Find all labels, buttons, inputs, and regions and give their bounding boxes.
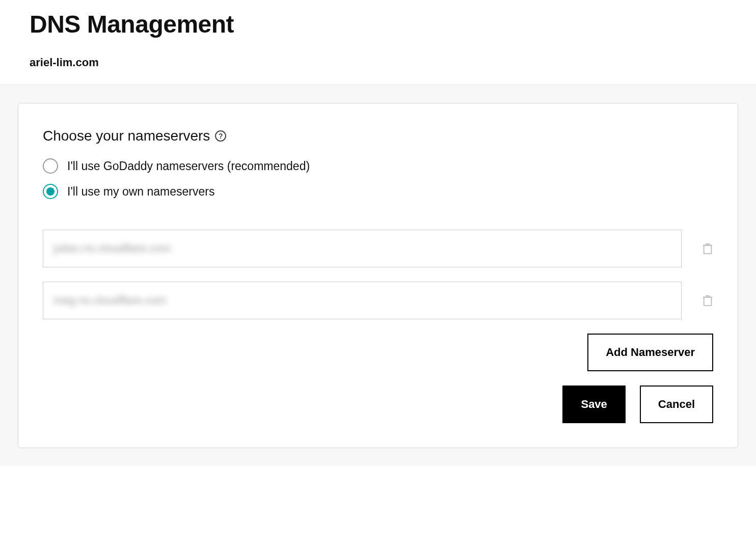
page-header: DNS Management ariel-lim.com — [0, 0, 756, 85]
section-title-row: Choose your nameservers ? — [43, 128, 713, 144]
nameserver-input-1[interactable]: julian.ns.cloudflare.com — [43, 230, 682, 267]
page-title: DNS Management — [30, 10, 726, 38]
section-title: Choose your nameservers — [43, 128, 210, 144]
action-button-row: Save Cancel — [43, 385, 713, 423]
svg-rect-1 — [704, 297, 712, 306]
radio-circle-icon — [43, 158, 58, 174]
nameservers-card: Choose your nameservers ? I'll use GoDad… — [18, 103, 738, 448]
radio-dot-icon — [46, 187, 55, 196]
trash-icon[interactable] — [702, 242, 713, 255]
save-button[interactable]: Save — [562, 385, 625, 423]
svg-rect-0 — [704, 245, 712, 254]
content-area: Choose your nameservers ? I'll use GoDad… — [0, 85, 756, 466]
add-nameserver-button[interactable]: Add Nameserver — [587, 334, 713, 371]
radio-label: I'll use GoDaddy nameservers (recommende… — [67, 159, 310, 173]
nameserver-row: julian.ns.cloudflare.com — [43, 230, 713, 267]
add-button-row: Add Nameserver — [43, 334, 713, 371]
radio-option-own[interactable]: I'll use my own nameservers — [43, 184, 713, 199]
trash-icon[interactable] — [702, 294, 713, 307]
domain-name: ariel-lim.com — [30, 56, 726, 69]
nameserver-radio-group: I'll use GoDaddy nameservers (recommende… — [43, 158, 713, 199]
radio-option-godaddy[interactable]: I'll use GoDaddy nameservers (recommende… — [43, 158, 713, 174]
nameserver-row: meg.ns.cloudflare.com — [43, 282, 713, 319]
radio-label: I'll use my own nameservers — [67, 185, 214, 199]
help-icon[interactable]: ? — [215, 130, 226, 142]
nameserver-input-2[interactable]: meg.ns.cloudflare.com — [43, 282, 682, 319]
radio-circle-selected-icon — [43, 184, 58, 199]
cancel-button[interactable]: Cancel — [640, 385, 713, 423]
